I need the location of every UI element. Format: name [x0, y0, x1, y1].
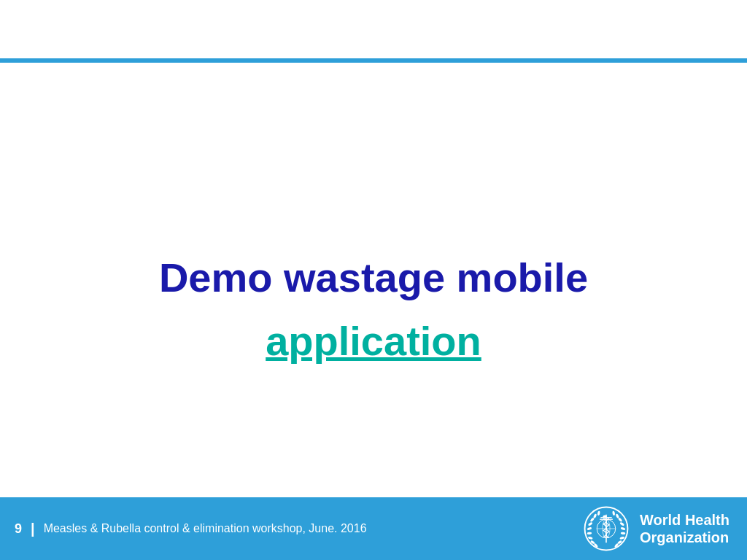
title-line2: application [159, 316, 588, 365]
footer-divider: | [31, 521, 35, 537]
footer-right: World Health Organization [583, 505, 729, 552]
svg-point-11 [619, 521, 624, 526]
footer-description: Measles & Rubella control & elimination … [44, 522, 367, 535]
footer-left: 9 | Measles & Rubella control & eliminat… [15, 521, 367, 537]
who-organization-name: World Health Organization [640, 511, 729, 546]
svg-point-14 [612, 510, 615, 516]
svg-point-1 [587, 526, 592, 530]
slide-container: Demo wastage mobile application 9 | Meas… [0, 0, 747, 560]
who-logo-icon [583, 505, 630, 552]
svg-point-13 [616, 513, 620, 518]
svg-point-4 [593, 513, 597, 518]
main-content: Demo wastage mobile application [0, 0, 747, 560]
svg-point-2 [588, 521, 593, 526]
top-border [0, 58, 747, 63]
slide-number: 9 [15, 521, 22, 537]
footer: 9 | Measles & Rubella control & eliminat… [0, 497, 747, 560]
title-line1: Demo wastage mobile [159, 253, 588, 302]
svg-point-10 [621, 526, 626, 530]
svg-point-7 [588, 536, 593, 540]
svg-point-16 [619, 536, 624, 540]
slide-title: Demo wastage mobile application [159, 253, 588, 365]
svg-point-15 [621, 532, 626, 535]
svg-point-6 [587, 532, 592, 535]
svg-point-5 [597, 510, 600, 516]
